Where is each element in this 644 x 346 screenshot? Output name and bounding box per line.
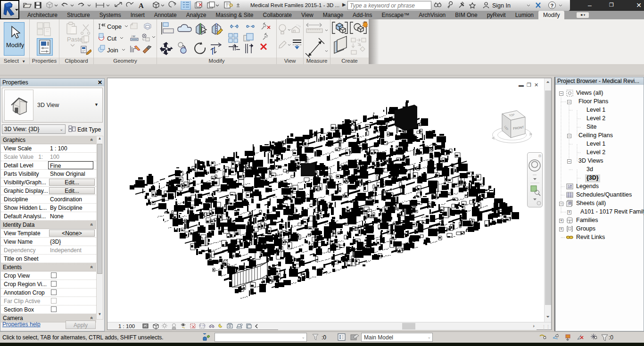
svg-text::0: :0 [609, 334, 613, 341]
svg-text:Modify: Modify [6, 41, 24, 49]
svg-text:Sign In: Sign In [492, 2, 511, 9]
svg-text:Paste: Paste [67, 36, 83, 43]
svg-text:Join: Join [107, 47, 118, 54]
svg-text:↓w: ↓w [131, 34, 135, 38]
svg-text:Cope: Cope [107, 23, 122, 30]
svg-text:A: A [139, 2, 144, 9]
svg-text:?: ? [551, 3, 554, 8]
svg-text:Cut: Cut [107, 35, 117, 42]
